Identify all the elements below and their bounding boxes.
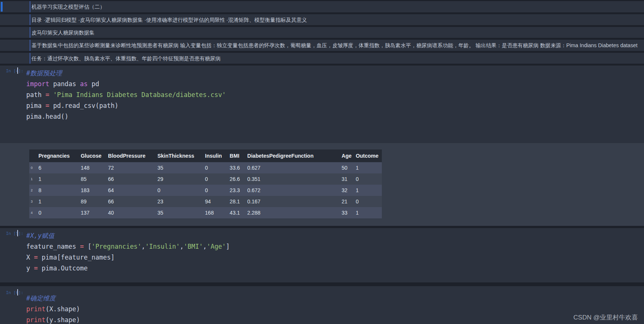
code-cell-5[interactable]: In [5]: #X,y赋值feature_names = ['Pregnanc… bbox=[0, 228, 644, 282]
table-cell: 1 bbox=[353, 207, 382, 218]
table-cell: 1 bbox=[353, 185, 382, 196]
markdown-cell-task[interactable]: 任务：通过怀孕次数、胰岛素水平、体重指数、年龄四个特征预测是否患有糖尿病 bbox=[0, 53, 644, 64]
table-cell: 148 bbox=[78, 162, 105, 173]
table-cell: 0 bbox=[353, 173, 382, 185]
table-cell: 85 bbox=[78, 173, 105, 185]
table-row: 11856629026.60.351310 bbox=[29, 173, 382, 185]
markdown-cell-dataset-desc[interactable]: 基于数据集中包括的某些诊断测量来诊断性地预测患者有糖尿病 输入变量包括：独立变量… bbox=[0, 40, 644, 51]
markdown-text: 皮马印第安人糖尿病数据集 bbox=[32, 30, 95, 36]
table-cell: 21 bbox=[339, 196, 353, 207]
table-cell: 33.6 bbox=[227, 162, 244, 173]
table-cell: 183 bbox=[78, 185, 105, 196]
table-cell: 23 bbox=[155, 196, 202, 207]
table-cell: 0.672 bbox=[244, 185, 338, 196]
index-column-header bbox=[29, 149, 35, 162]
table-cell: 66 bbox=[105, 196, 155, 207]
table-cell: 66 bbox=[105, 173, 155, 185]
cell-separator-line bbox=[30, 27, 30, 38]
code-line: #确定维度 bbox=[26, 293, 644, 304]
markdown-text: 机器学习实现之模型评估（二） bbox=[32, 4, 105, 10]
table-cell: 94 bbox=[202, 196, 227, 207]
markdown-text: 目录 ·逻辑回归模型 ·皮马印第安人糖尿病数据集 ·使用准确率进行模型评估的局限… bbox=[32, 17, 307, 23]
table-cell: 0 bbox=[202, 162, 227, 173]
table-cell: 31 bbox=[339, 173, 353, 185]
row-index: 0 bbox=[29, 162, 35, 173]
output-area: PregnanciesGlucoseBloodPressureSkinThick… bbox=[0, 143, 644, 226]
dataframe-table: PregnanciesGlucoseBloodPressureSkinThick… bbox=[29, 149, 382, 218]
code-cell-6[interactable]: In [6]: #确定维度print(X.shape)print(y.shape… bbox=[0, 286, 644, 324]
column-header: BMI bbox=[227, 149, 244, 162]
code-line: path = 'Pima Indians Diabetes Database/d… bbox=[26, 90, 644, 100]
table-cell: 0.167 bbox=[244, 196, 338, 207]
column-header: Pregnancies bbox=[35, 149, 78, 162]
table-row: 40137403516843.12.288331 bbox=[29, 207, 382, 218]
selected-cell-indicator bbox=[1, 2, 3, 12]
table-cell: 2.288 bbox=[244, 207, 338, 218]
row-index: 2 bbox=[29, 185, 35, 196]
table-cell: 0 bbox=[155, 185, 202, 196]
column-header: SkinThickness bbox=[155, 149, 202, 162]
table-cell: 6 bbox=[35, 162, 78, 173]
code-line: #X,y赋值 bbox=[26, 230, 644, 241]
table-cell: 72 bbox=[105, 162, 155, 173]
markdown-cell-title[interactable]: 机器学习实现之模型评估（二） bbox=[0, 1, 644, 12]
jupyter-notebook: { "colors": { "page_bg": "#1d212a", "cel… bbox=[0, 0, 644, 324]
table-row: 28183640023.30.672321 bbox=[29, 185, 382, 196]
column-header: DiabetesPedigreeFunction bbox=[244, 149, 338, 162]
table-header: PregnanciesGlucoseBloodPressureSkinThick… bbox=[29, 149, 382, 162]
table-cell: 43.1 bbox=[227, 207, 244, 218]
row-index: 4 bbox=[29, 207, 35, 218]
table-cell: 0.351 bbox=[244, 173, 338, 185]
text-cursor bbox=[17, 67, 18, 74]
table-cell: 1 bbox=[35, 173, 78, 185]
cell-separator-line bbox=[30, 14, 30, 25]
row-index: 1 bbox=[29, 173, 35, 185]
cell-separator-line bbox=[30, 53, 30, 64]
markdown-text: 任务：通过怀孕次数、胰岛素水平、体重指数、年龄四个特征预测是否患有糖尿病 bbox=[32, 55, 221, 61]
code-line: X = pima[feature_names] bbox=[26, 252, 644, 263]
table-cell: 35 bbox=[155, 207, 202, 218]
column-header: Insulin bbox=[202, 149, 227, 162]
code-line: feature_names = ['Pregnancies','Insulin'… bbox=[26, 241, 644, 252]
table-cell: 50 bbox=[339, 162, 353, 173]
table-cell: 40 bbox=[105, 207, 155, 218]
table-cell: 8 bbox=[35, 185, 78, 196]
table-row: 318966239428.10.167210 bbox=[29, 196, 382, 207]
text-cursor bbox=[17, 289, 18, 296]
table-cell: 89 bbox=[78, 196, 105, 207]
column-header: Age bbox=[339, 149, 353, 162]
table-cell: 0 bbox=[202, 173, 227, 185]
column-header: Glucose bbox=[78, 149, 105, 162]
code-line: y = pima.Outcome bbox=[26, 263, 644, 274]
code-line: pima.head() bbox=[26, 111, 644, 122]
markdown-cell-dataset-title[interactable]: 皮马印第安人糖尿病数据集 bbox=[0, 27, 644, 38]
column-header: BloodPressure bbox=[105, 149, 155, 162]
table-cell: 137 bbox=[78, 207, 105, 218]
cell-separator-line bbox=[30, 40, 30, 51]
code-line: pima = pd.read_csv(path) bbox=[26, 100, 644, 111]
table-cell: 33 bbox=[339, 207, 353, 218]
code-editor[interactable]: #X,y赋值feature_names = ['Pregnancies','In… bbox=[26, 230, 644, 274]
table-cell: 29 bbox=[155, 173, 202, 185]
table-cell: 32 bbox=[339, 185, 353, 196]
table-cell: 64 bbox=[105, 185, 155, 196]
table-cell: 0 bbox=[353, 196, 382, 207]
cell-prompt: In [5]: bbox=[6, 231, 23, 236]
table-cell: 23.3 bbox=[227, 185, 244, 196]
cell-prompt: In [4]: bbox=[6, 69, 23, 73]
table-row: 061487235033.60.627501 bbox=[29, 162, 382, 173]
code-editor[interactable]: #数据预处理import pandas as pdpath = 'Pima In… bbox=[26, 68, 644, 122]
code-editor[interactable]: #确定维度print(X.shape)print(y.shape) bbox=[26, 293, 644, 324]
table-cell: 26.6 bbox=[227, 173, 244, 185]
csdn-watermark: CSDN @业里村牛欢喜 bbox=[573, 313, 638, 322]
code-cell-4[interactable]: In [4]: #数据预处理import pandas as pdpath = … bbox=[0, 66, 644, 143]
cell-separator-line bbox=[30, 1, 30, 12]
table-cell: 1 bbox=[35, 196, 78, 207]
code-line: print(y.shape) bbox=[26, 315, 644, 324]
markdown-text: 基于数据集中包括的某些诊断测量来诊断性地预测患者有糖尿病 输入变量包括：独立变量… bbox=[32, 42, 638, 48]
table-cell: 168 bbox=[202, 207, 227, 218]
markdown-cell-toc[interactable]: 目录 ·逻辑回归模型 ·皮马印第安人糖尿病数据集 ·使用准确率进行模型评估的局限… bbox=[0, 14, 644, 25]
code-line: import pandas as pd bbox=[26, 79, 644, 90]
table-cell: 0 bbox=[35, 207, 78, 218]
table-cell: 0 bbox=[202, 185, 227, 196]
